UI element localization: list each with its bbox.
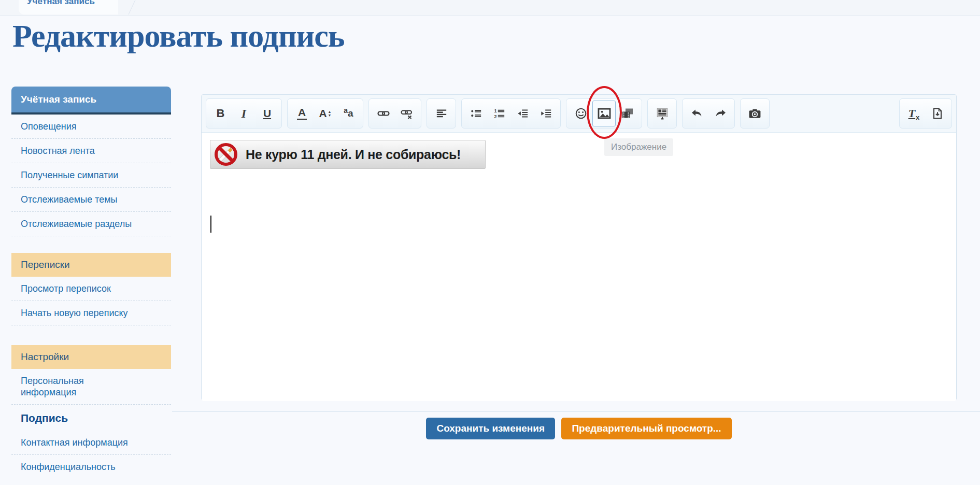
toolbar-group-insert: Изображение xyxy=(566,98,642,129)
account-settings-page: Учётная запись Редактировать подпись Учё… xyxy=(0,0,980,485)
indent-icon xyxy=(541,108,552,119)
text-caret xyxy=(210,216,211,233)
section-divider xyxy=(172,411,980,412)
font-size-button[interactable]: A ▲▼ xyxy=(314,101,337,126)
bold-button[interactable]: B xyxy=(209,101,232,126)
media-icon xyxy=(621,107,634,120)
preview-button[interactable]: Предварительный просмотр... xyxy=(561,418,731,439)
sidebar: Учётная запись Оповещения Новостная лент… xyxy=(11,87,171,479)
remove-format-button[interactable]: Tx xyxy=(902,101,926,126)
camera-button[interactable] xyxy=(743,101,766,126)
sidebar-item-new-message[interactable]: Начать новую переписку xyxy=(11,301,171,325)
sidebar-item-followed-topics[interactable]: Отслеживаемые темы xyxy=(11,188,171,212)
sidebar-item-personal-info[interactable]: Персональная информация xyxy=(11,369,171,405)
toolbar-group-lists: 12 xyxy=(461,98,561,129)
sidebar-header-account: Учётная запись xyxy=(11,87,171,115)
sidebar-item-notifications[interactable]: Оповещения xyxy=(11,115,171,139)
image-tooltip: Изображение xyxy=(604,138,673,156)
sidebar-item-privacy[interactable]: Конфиденциальность xyxy=(11,455,171,479)
svg-text:1: 1 xyxy=(494,108,496,113)
text-color-icon: A xyxy=(297,107,307,120)
sidebar-item-label: Персональная информация xyxy=(21,375,113,398)
toolbar-group-camera xyxy=(740,98,770,129)
sidebar-header-messenger: Переписки xyxy=(11,253,171,277)
undo-icon xyxy=(691,107,703,120)
editor-content-area[interactable]: Не курю 11 дней. И не собираюсь! xyxy=(202,133,956,401)
breadcrumb-tab-account[interactable]: Учётная запись xyxy=(19,0,118,15)
bulleted-list-button[interactable] xyxy=(464,101,488,126)
unlink-button[interactable] xyxy=(395,101,418,126)
toolbar-group-basicstyles: B I U xyxy=(206,98,282,129)
redo-button[interactable] xyxy=(708,101,732,126)
toolbar-group-mode: Tx xyxy=(899,98,952,129)
align-left-button[interactable] xyxy=(430,101,453,126)
numbered-list-icon: 12 xyxy=(494,108,505,119)
unlink-icon xyxy=(401,107,413,120)
source-mode-button[interactable] xyxy=(926,101,949,126)
outdent-icon xyxy=(517,108,529,119)
underline-icon: U xyxy=(263,107,271,120)
smiley-icon xyxy=(575,107,587,120)
breadcrumb-tab-label: Учётная запись xyxy=(27,0,95,7)
toolbar-group-quote xyxy=(647,98,677,129)
signature-image[interactable]: Не курю 11 дней. И не собираюсь! xyxy=(210,140,486,169)
toolbar-group-align xyxy=(427,98,456,129)
quote-icon xyxy=(656,107,669,120)
font-size-arrows-icon: ▲▼ xyxy=(328,110,332,117)
undo-button[interactable] xyxy=(685,101,708,126)
text-color-button[interactable]: A xyxy=(290,101,314,126)
quote-button[interactable] xyxy=(650,101,674,126)
sidebar-item-news-feed[interactable]: Новостная лента xyxy=(11,139,171,163)
camera-icon xyxy=(748,107,761,120)
underline-button[interactable]: U xyxy=(255,101,279,126)
link-button[interactable] xyxy=(372,101,395,126)
sidebar-item-followed-forums[interactable]: Отслеживаемые разделы xyxy=(11,212,171,236)
sidebar-item-signature-current[interactable]: Подпись xyxy=(11,405,171,431)
sidebar-header-settings: Настройки xyxy=(11,345,171,369)
save-button[interactable]: Сохранить изменения xyxy=(426,418,555,439)
bulleted-list-icon xyxy=(471,108,482,119)
signature-image-text: Не курю 11 дней. И не собираюсь! xyxy=(246,147,461,162)
smiley-button[interactable] xyxy=(569,101,592,126)
italic-button[interactable]: I xyxy=(232,101,255,126)
breadcrumb: Учётная запись xyxy=(0,0,980,16)
svg-text:2: 2 xyxy=(494,114,496,119)
numbered-list-button[interactable]: 12 xyxy=(488,101,511,126)
bold-icon: B xyxy=(217,107,225,120)
image-button[interactable]: Изображение xyxy=(592,101,616,126)
page-title: Редактировать подпись xyxy=(12,18,345,54)
image-icon xyxy=(598,107,611,120)
editor-toolbar: B I U A A ▲▼ aa xyxy=(202,95,956,133)
font-family-button[interactable]: aa xyxy=(337,101,360,126)
italic-icon: I xyxy=(242,107,246,121)
toolbar-group-font: A A ▲▼ aa xyxy=(287,98,363,129)
toolbar-group-undo xyxy=(682,98,735,129)
signature-editor: B I U A A ▲▼ aa xyxy=(201,94,957,401)
no-smoking-icon xyxy=(214,142,238,167)
indent-button[interactable] xyxy=(534,101,558,126)
toolbar-group-links xyxy=(368,98,421,129)
align-left-icon xyxy=(436,108,447,119)
sidebar-item-contact-info[interactable]: Контактная информация xyxy=(11,431,171,455)
form-actions: Сохранить изменения Предварительный прос… xyxy=(201,418,957,439)
font-size-icon: A xyxy=(319,107,326,120)
font-family-icon: a xyxy=(344,106,348,115)
sidebar-item-view-messages[interactable]: Просмотр переписок xyxy=(11,277,171,301)
outdent-button[interactable] xyxy=(511,101,534,126)
redo-icon xyxy=(714,107,727,120)
sidebar-item-likes-received[interactable]: Полученные симпатии xyxy=(11,163,171,188)
media-button[interactable] xyxy=(616,101,639,126)
link-icon xyxy=(377,107,390,120)
source-mode-icon xyxy=(931,107,944,120)
remove-format-icon: T xyxy=(908,107,915,120)
